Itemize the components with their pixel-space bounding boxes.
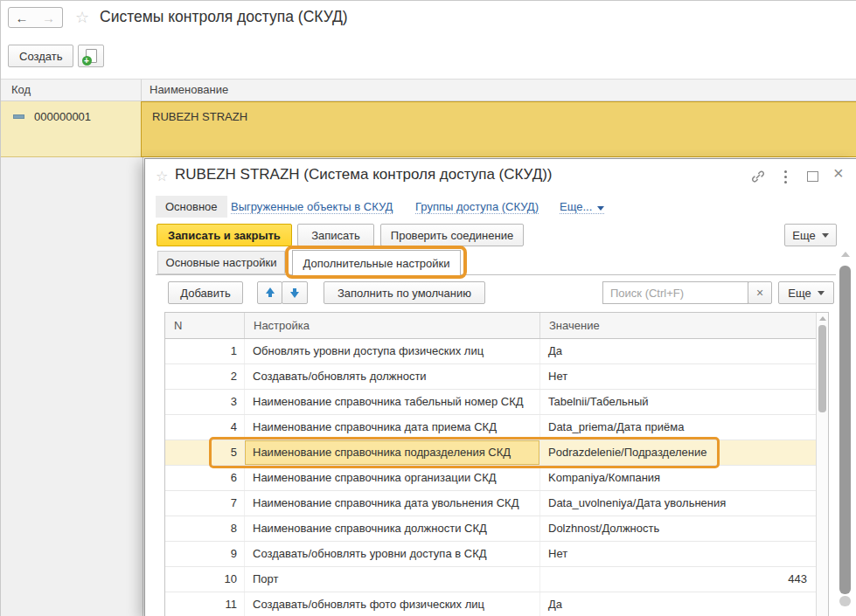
search-clear-button[interactable]: ×	[748, 281, 772, 304]
chevron-down-icon	[818, 291, 825, 295]
table-row[interactable]: 2 Создавать/обновлять должности Нет	[165, 364, 816, 390]
header-n[interactable]: N	[165, 313, 245, 338]
scrollbar-thumb[interactable]	[839, 266, 851, 594]
cell-n[interactable]: 9	[165, 542, 245, 566]
cell-n[interactable]: 11	[165, 592, 245, 616]
cell-value[interactable]: Podrazdelenie/Подразделение	[540, 440, 816, 465]
cell-setting[interactable]: Наименование справочника табельный номер…	[245, 390, 540, 414]
scroll-up-icon[interactable]	[841, 252, 850, 257]
maximize-icon[interactable]	[807, 171, 818, 182]
table-row[interactable]: 7 Наименование справочника дата увольнен…	[165, 491, 816, 516]
save-and-close-button[interactable]: Записать и закрыть	[157, 224, 292, 246]
cell-setting[interactable]: Порт	[245, 567, 540, 592]
name-cell[interactable]: RUBEZH STRAZH	[141, 101, 856, 157]
dialog-favorite-star-icon[interactable]: ☆	[156, 170, 168, 183]
back-arrow-icon: ←	[16, 10, 29, 25]
cell-n[interactable]: 8	[165, 516, 245, 541]
close-icon[interactable]: ×	[833, 164, 844, 182]
cell-setting[interactable]: Наименование справочника подразделения С…	[245, 440, 540, 465]
scrollbar-thumb[interactable]	[818, 325, 826, 412]
table-row[interactable]: 3 Наименование справочника табельный ном…	[165, 390, 816, 415]
cell-setting[interactable]: Наименование справочника дата приема СКД	[245, 415, 540, 440]
cell-n[interactable]: 6	[165, 466, 245, 490]
header-value[interactable]: Значение	[540, 313, 816, 338]
list-item-marker-icon	[13, 114, 24, 119]
cell-value[interactable]: Kompaniya/Компания	[540, 466, 816, 490]
save-and-close-label: Записать и закрыть	[168, 229, 281, 242]
forward-button[interactable]: →	[35, 7, 63, 28]
cell-setting[interactable]: Создавать/обновлять должности	[245, 364, 540, 389]
nav-link-access-groups[interactable]: Группы доступа (СКУД)	[415, 200, 539, 214]
favorite-star-icon[interactable]: ☆	[75, 10, 89, 25]
clear-icon: ×	[756, 286, 763, 300]
cell-setting[interactable]: Создавать/обновлять уровни доступа в СКД	[245, 542, 540, 566]
cell-n[interactable]: 7	[165, 491, 245, 516]
arrow-down-icon	[290, 287, 299, 298]
cell-setting[interactable]: Наименование справочника организации СКД	[245, 466, 540, 490]
save-button[interactable]: Записать	[297, 224, 374, 246]
header-setting[interactable]: Настройка	[245, 313, 540, 338]
check-connection-button[interactable]: Проверить соединение	[380, 224, 524, 246]
fill-default-button[interactable]: Заполнить по умолчанию	[324, 281, 485, 304]
cell-n[interactable]: 3	[165, 390, 245, 414]
cell-n[interactable]: 2	[165, 364, 245, 389]
list-row-selected[interactable]: 000000001 RUBEZH STRAZH	[1, 101, 856, 157]
cell-setting[interactable]: Наименование справочника дата увольнения…	[245, 491, 540, 516]
cell-setting[interactable]: Наименование справочника должности СКД	[245, 516, 540, 541]
cell-value[interactable]: Нет	[540, 542, 816, 566]
cell-value[interactable]: Dolzhnost/Должность	[540, 516, 816, 541]
tab-baseline	[156, 274, 836, 275]
more-label: Еще	[792, 229, 815, 242]
nav-item-main[interactable]: Основное	[156, 196, 227, 218]
cell-n[interactable]: 1	[165, 339, 245, 363]
list-header: Код Наименование	[1, 79, 856, 101]
cell-setting[interactable]: Создавать/обновлять фото физических лиц	[245, 592, 540, 616]
column-code[interactable]: Код	[11, 80, 31, 100]
dialog-title: RUBEZH STRAZH (Система контроля доступа …	[175, 166, 552, 183]
table-row[interactable]: 5 Наименование справочника подразделения…	[165, 440, 816, 466]
cell-n[interactable]: 5	[165, 440, 245, 465]
table-row[interactable]: 9 Создавать/обновлять уровни доступа в С…	[165, 542, 816, 567]
cell-value[interactable]: Data_priema/Дата приёма	[540, 415, 816, 440]
get-link-icon[interactable]	[750, 170, 766, 183]
add-button[interactable]: Добавить	[168, 281, 243, 304]
add-label: Добавить	[180, 287, 230, 300]
settings-table: N Настройка Значение 1 Обновлять уровни …	[164, 312, 829, 616]
table-row[interactable]: 4 Наименование справочника дата приема С…	[165, 415, 816, 440]
more-button-table[interactable]: Еще	[778, 281, 834, 304]
cell-value[interactable]: Нет	[540, 364, 816, 389]
search-placeholder: Поиск (Ctrl+F)	[610, 287, 684, 300]
dialog-scrollbar[interactable]	[838, 250, 853, 616]
table-row[interactable]: 10 Порт 443	[165, 567, 816, 592]
scroll-up-icon[interactable]	[819, 316, 826, 321]
table-row[interactable]: 1 Обновлять уровни доступа физических ли…	[165, 339, 816, 364]
code-cell[interactable]: 000000001	[1, 101, 141, 157]
back-button[interactable]: ←	[8, 7, 36, 28]
cell-value[interactable]: Да	[540, 592, 816, 616]
search-input[interactable]: Поиск (Ctrl+F)	[602, 281, 748, 304]
window-menu-icon[interactable]	[784, 170, 788, 186]
cell-value[interactable]: Tabelnii/Табельный	[540, 390, 816, 414]
cell-setting[interactable]: Обновлять уровни доступа физических лиц	[245, 339, 540, 363]
more-button-commands[interactable]: Еще	[784, 224, 837, 246]
nav-link-more[interactable]: Еще...	[560, 200, 604, 214]
move-up-button[interactable]	[257, 281, 282, 304]
cell-value[interactable]: Data_uvolneniya/Дата увольнения	[540, 491, 816, 516]
chevron-down-icon	[597, 206, 604, 211]
create-button[interactable]: Создать	[8, 45, 73, 67]
nav-link-exported-objects[interactable]: Выгруженные объекты в СКУД	[231, 200, 393, 214]
tab-additional-settings[interactable]: Дополнительные настройки	[292, 250, 461, 276]
move-down-button[interactable]	[282, 281, 308, 304]
table-scrollbar[interactable]	[816, 313, 828, 616]
table-row[interactable]: 6 Наименование справочника организации С…	[165, 466, 816, 491]
cell-n[interactable]: 4	[165, 415, 245, 440]
tab-basic-settings[interactable]: Основные настройки	[157, 251, 285, 274]
table-row[interactable]: 8 Наименование справочника должности СКД…	[165, 516, 816, 542]
check-connection-label: Проверить соединение	[391, 229, 513, 242]
table-row[interactable]: 11 Создавать/обновлять фото физических л…	[165, 592, 816, 616]
cell-value[interactable]: Да	[540, 339, 816, 363]
cell-n[interactable]: 10	[165, 567, 245, 592]
cell-value[interactable]: 443	[540, 567, 816, 592]
column-name[interactable]: Наименование	[150, 80, 228, 100]
create-by-copy-button[interactable]: +	[78, 45, 104, 67]
